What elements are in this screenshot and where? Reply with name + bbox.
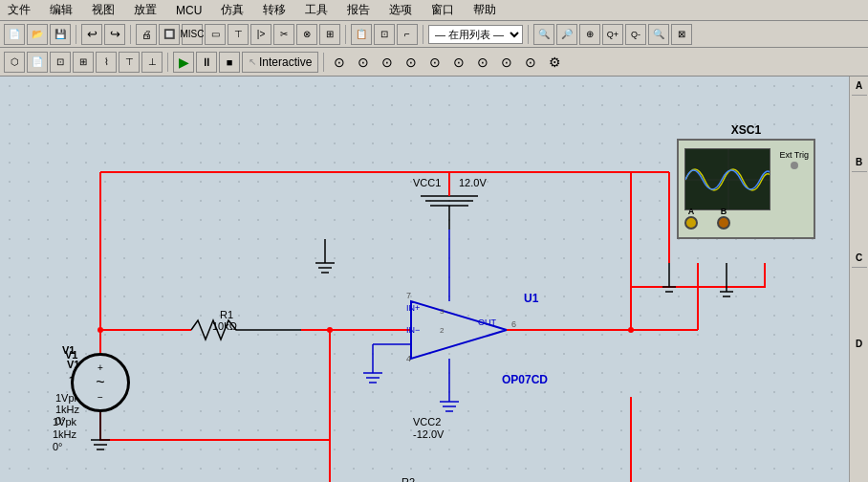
vcc2-label: VCC2 — [413, 416, 441, 427]
menu-sim[interactable]: 仿真 — [217, 0, 248, 20]
tb-misc6[interactable]: ⊗ — [296, 24, 317, 45]
sim-bode-icon[interactable]: ⊙ — [401, 52, 422, 73]
toolbar1: 📄 📂 💾 ↩ ↪ 🖨 🔲 MISC ▭ ⊤ |> ✂ ⊗ ⊞ 📋 ⊡ ⌐ — … — [0, 21, 868, 48]
print-button[interactable]: 🖨 — [136, 24, 157, 45]
v1-freq-label: 1kHz — [53, 428, 76, 440]
menu-tools[interactable]: 工具 — [301, 0, 332, 20]
osc-ch-a-label: A — [684, 207, 698, 216]
menu-transfer[interactable]: 转移 — [259, 0, 290, 20]
osc-buttons: A B — [684, 207, 730, 230]
svg-text:IN−: IN− — [406, 325, 420, 335]
toolbar2: ⬡ 📄 ⊡ ⊞ ⌇ ⊤ ⊥ ▶ ⏸ ■ ↖ Interactive ⊙ ⊙ ⊙ … — [0, 48, 868, 77]
svg-text:IN+: IN+ — [406, 303, 420, 313]
tb-misc9[interactable]: ⊡ — [374, 24, 395, 45]
tb2-4[interactable]: ⊞ — [73, 52, 94, 73]
osc-ch-a-button[interactable] — [684, 216, 698, 230]
tb-misc10[interactable]: ⌐ — [397, 24, 418, 45]
tb2-5[interactable]: ⌇ — [96, 52, 117, 73]
tb-misc2[interactable]: ▭ — [205, 24, 226, 45]
v1-name-label: V1 — [62, 344, 75, 356]
oscilloscope[interactable]: XSC1 Ext Trig A — [677, 139, 815, 239]
pause-button[interactable]: ⏸ — [196, 52, 217, 73]
menu-help[interactable]: 帮助 — [469, 0, 500, 20]
r2-label: R2 — [401, 476, 415, 482]
v1-symbol: + ~ − — [72, 354, 129, 411]
svg-text:3: 3 — [440, 307, 445, 316]
menu-options[interactable]: 选项 — [385, 0, 416, 20]
sep2 — [130, 25, 131, 44]
svg-point-21 — [628, 327, 634, 333]
sim-func-icon[interactable]: ⊙ — [353, 52, 374, 73]
v1-phase-label: 0° — [53, 441, 63, 452]
osc-ch-b-button[interactable] — [717, 216, 730, 230]
sep5 — [528, 25, 529, 44]
new-button[interactable]: 📄 — [4, 24, 25, 45]
tb-right5[interactable]: Q- — [625, 24, 646, 45]
save-button[interactable]: 💾 — [50, 24, 71, 45]
sim-multi-icon[interactable]: ⊙ — [377, 52, 398, 73]
tb2-6[interactable]: ⊤ — [119, 52, 140, 73]
tb-misc4[interactable]: |> — [250, 24, 271, 45]
tb-right1[interactable]: 🔍 — [533, 24, 554, 45]
sim-logic-icon[interactable]: ⊙ — [496, 52, 517, 73]
layer-dropdown[interactable]: — 在用列表 — — [428, 25, 523, 44]
sim-spec-icon[interactable]: ⊙ — [424, 52, 445, 73]
sim-net-icon[interactable]: ⊙ — [448, 52, 469, 73]
row-divider-2 — [852, 171, 867, 172]
tb-right3[interactable]: ⊕ — [579, 24, 600, 45]
tb2-2[interactable]: 📄 — [27, 52, 48, 73]
tb-misc7[interactable]: ⊞ — [319, 24, 340, 45]
menu-reports[interactable]: 报告 — [343, 0, 374, 20]
interactive-mode-btn[interactable]: ↖ Interactive — [242, 52, 318, 73]
svg-marker-5 — [411, 301, 507, 359]
r1-value: 10kΩ — [212, 320, 237, 332]
osc-waveform-svg — [685, 149, 770, 210]
menu-file[interactable]: 文件 — [4, 0, 34, 20]
tb2-1[interactable]: ⬡ — [4, 52, 25, 73]
stop-button[interactable]: ■ — [219, 52, 240, 73]
sim-dist-icon[interactable]: ⊙ — [472, 52, 493, 73]
menu-edit[interactable]: 编辑 — [46, 0, 76, 20]
tb-misc5[interactable]: ✂ — [273, 24, 294, 45]
tb2-3[interactable]: ⊡ — [50, 52, 71, 73]
tb-right4[interactable]: Q+ — [602, 24, 623, 45]
sep6 — [167, 53, 168, 72]
open-button[interactable]: 📂 — [27, 24, 48, 45]
sim-settings-icon[interactable]: ⚙ — [544, 52, 565, 73]
cursor-icon: ↖ — [249, 56, 256, 67]
tb-misc8[interactable]: 📋 — [351, 24, 372, 45]
menu-window[interactable]: 窗口 — [427, 0, 458, 20]
zoom-in-button[interactable]: 🔲 — [159, 24, 180, 45]
right-panel: A B C D — [849, 77, 868, 482]
svg-point-1 — [98, 327, 103, 333]
tb-misc1[interactable]: MISC — [182, 24, 203, 45]
interactive-label: Interactive — [259, 55, 312, 69]
undo-button[interactable]: ↩ — [81, 24, 102, 45]
row-divider-3 — [852, 267, 867, 268]
menu-place[interactable]: 放置 — [130, 0, 161, 20]
row-label-b: B — [856, 157, 862, 167]
osc-ch-b-label: B — [717, 207, 730, 216]
menu-mcu[interactable]: MCU — [172, 2, 206, 19]
row-label-c: C — [856, 252, 862, 263]
redo-button[interactable]: ↪ — [104, 24, 125, 45]
tb-right2[interactable]: 🔎 — [556, 24, 577, 45]
play-button[interactable]: ▶ — [173, 52, 194, 73]
schematic-canvas[interactable]: 7 IN+ IN− 4 OUT 3 2 6 V1 ~ 1Vpk 1kHz 0° … — [0, 77, 849, 482]
sim-osc-icon[interactable]: ⊙ — [329, 52, 350, 73]
sep1 — [76, 25, 76, 44]
osc-ext-trig-label: Ext Trig — [779, 150, 809, 171]
v1-vpk-label: 1Vpk — [53, 416, 76, 427]
sim-iv-icon[interactable]: ⊙ — [520, 52, 541, 73]
menu-view[interactable]: 视图 — [88, 0, 119, 20]
tb-right7[interactable]: ⊠ — [671, 24, 692, 45]
sep4 — [423, 25, 423, 44]
row-divider-1 — [852, 95, 867, 96]
osc-screen[interactable] — [684, 148, 770, 210]
tb2-7[interactable]: ⊥ — [141, 52, 163, 73]
sep3 — [345, 25, 346, 44]
tb-misc3[interactable]: ⊤ — [228, 24, 249, 45]
tb-right6[interactable]: 🔍 — [648, 24, 669, 45]
main-area: 7 IN+ IN− 4 OUT 3 2 6 V1 ~ 1Vpk 1kHz 0° … — [0, 77, 868, 482]
u1-label: U1 — [524, 292, 538, 305]
